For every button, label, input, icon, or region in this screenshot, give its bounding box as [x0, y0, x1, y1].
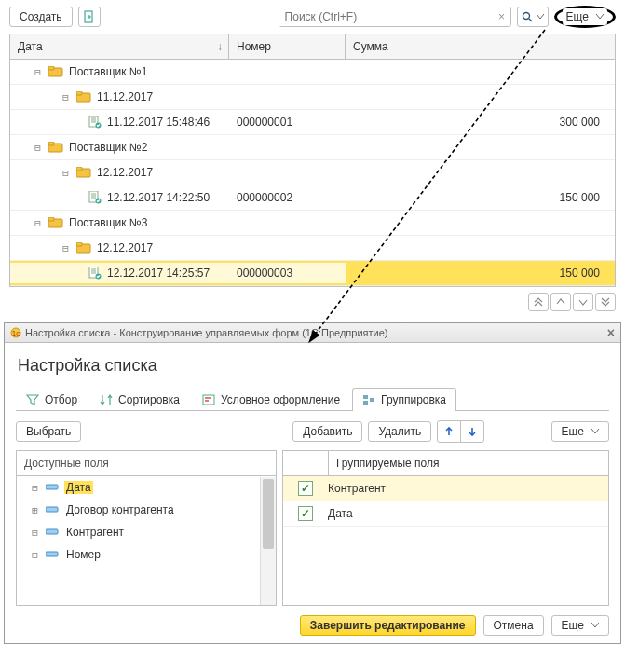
field-icon [46, 551, 59, 558]
grouped-field-item[interactable]: ✓Контрагент [283, 476, 608, 501]
table-row[interactable]: ⊟12.12.2017 [10, 236, 615, 261]
create-from-button[interactable] [78, 7, 101, 27]
field-icon [46, 506, 59, 514]
folder-icon [76, 242, 91, 254]
svg-rect-26 [363, 401, 368, 405]
svg-rect-29 [46, 507, 58, 512]
svg-rect-28 [46, 485, 58, 489]
chevron-down-icon [591, 429, 599, 434]
scrollbar[interactable] [260, 477, 276, 605]
column-date-label: Дата [18, 40, 43, 53]
tab-cond-label: Условное оформление [221, 393, 340, 406]
search-dropdown-button[interactable] [517, 7, 549, 27]
table-row[interactable]: 11.12.2017 15:48:46000000001300 000 [10, 110, 615, 135]
cell-number: 000000001 [229, 112, 346, 132]
svg-rect-12 [76, 167, 82, 171]
grouped-label-column: Группируемые поля [329, 451, 608, 475]
cell-sum: 150 000 [346, 187, 615, 208]
create-button[interactable]: Создать [9, 7, 73, 27]
expand-toggle[interactable]: ⊟ [33, 142, 43, 154]
available-field-item[interactable]: ⊟Номер [17, 543, 276, 566]
expand-toggle[interactable]: ⊟ [30, 549, 40, 561]
group-more-button[interactable]: Еще [551, 421, 609, 442]
move-up-button[interactable] [438, 421, 460, 442]
more-label: Еще [566, 10, 589, 23]
svg-point-1 [523, 13, 529, 20]
table-row[interactable]: ⊟Поставщик №3 [10, 211, 615, 236]
cancel-button[interactable]: Отмена [483, 615, 544, 636]
finish-editing-button[interactable]: Завершить редактирование [300, 615, 476, 636]
checkbox[interactable]: ✓ [298, 481, 313, 496]
grouped-field-item[interactable]: ✓Дата [283, 501, 608, 527]
nav-last-button[interactable] [595, 293, 616, 311]
expand-toggle[interactable]: ⊟ [33, 66, 43, 78]
search-clear-button[interactable]: × [494, 10, 510, 23]
available-field-item[interactable]: ⊟Дата [17, 476, 276, 499]
folder-icon [48, 66, 63, 77]
expand-toggle[interactable]: ⊟ [61, 242, 71, 254]
available-field-item[interactable]: ⊟Контрагент [17, 521, 276, 543]
expand-toggle[interactable]: ⊟ [61, 167, 71, 179]
table-row[interactable]: 12.12.2017 14:22:50000000002150 000 [10, 185, 615, 211]
main-table: Дата ↓ Номер Сумма ⊟Поставщик №1⊟11.12.2… [9, 34, 616, 287]
svg-rect-4 [48, 66, 54, 70]
svg-rect-31 [46, 552, 58, 556]
checkbox[interactable]: ✓ [298, 506, 313, 521]
nav-first-button[interactable] [528, 293, 549, 311]
tab-group-label: Группировка [381, 393, 446, 406]
folder-icon [48, 217, 63, 228]
expand-toggle[interactable]: ⊟ [30, 482, 40, 494]
nav-down-button[interactable] [573, 293, 593, 311]
table-row[interactable]: ⊟11.12.2017 [10, 85, 615, 110]
list-settings-dialog: 1c Настройка списка - Конструирование уп… [4, 322, 621, 644]
table-row[interactable]: 12.12.2017 14:25:57000000003150 000 [10, 261, 615, 286]
chevron-down-icon [537, 14, 544, 20]
table-row[interactable]: ⊟12.12.2017 [10, 160, 615, 185]
field-label: Контрагент [64, 526, 126, 539]
document-posted-icon [88, 116, 102, 129]
cell-sum [346, 93, 615, 101]
nav-up-button[interactable] [550, 293, 571, 311]
more-button[interactable]: Еще [563, 8, 607, 25]
expand-toggle[interactable]: ⊟ [61, 91, 71, 103]
scrollbar-thumb[interactable] [263, 479, 274, 549]
tab-group[interactable]: Группировка [352, 388, 456, 411]
cell-number: 000000003 [229, 263, 346, 283]
expand-toggle[interactable]: ⊟ [30, 527, 40, 539]
document-plus-icon [83, 10, 96, 23]
search-input[interactable] [279, 7, 494, 26]
add-button[interactable]: Добавить [292, 421, 362, 442]
expand-toggle[interactable]: ⊟ [33, 217, 43, 229]
magnifier-icon [522, 11, 533, 22]
table-row[interactable]: ⊟Поставщик №1 [10, 60, 615, 85]
group-icon [362, 394, 375, 405]
column-number[interactable]: Номер [229, 34, 346, 59]
dialog-more-button[interactable]: Еще [551, 615, 609, 636]
grouped-field-label: Контрагент [328, 482, 386, 495]
dialog-more-label: Еще [562, 619, 584, 632]
grouped-fields-list: ✓Контрагент✓Дата [283, 476, 608, 527]
grouped-fields-header: Группируемые поля [283, 451, 608, 476]
move-down-button[interactable] [460, 421, 483, 442]
arrow-up-icon [443, 426, 455, 437]
tab-filter[interactable]: Отбор [16, 388, 88, 411]
dialog-titlebar: 1c Настройка списка - Конструирование уп… [5, 323, 620, 343]
move-buttons [437, 420, 484, 443]
tab-cond[interactable]: Условное оформление [192, 388, 350, 411]
table-header: Дата ↓ Номер Сумма [10, 34, 615, 60]
available-field-item[interactable]: ⊞Договор контрагента [17, 499, 276, 521]
column-date[interactable]: Дата ↓ [10, 34, 229, 59]
choose-button[interactable]: Выбрать [16, 421, 81, 442]
expand-toggle[interactable]: ⊞ [30, 504, 40, 516]
table-row[interactable]: ⊟Поставщик №2 [10, 135, 615, 160]
available-fields-list: ⊟Дата⊞Договор контрагента⊟Контрагент⊟Ном… [17, 476, 276, 605]
close-button[interactable]: × [607, 325, 615, 340]
chevron-down-icon [591, 623, 599, 628]
column-sum[interactable]: Сумма [346, 34, 615, 59]
delete-button[interactable]: Удалить [368, 421, 431, 442]
field-label: Дата [64, 481, 93, 494]
cell-sum [346, 169, 615, 176]
sort-desc-icon: ↓ [217, 40, 223, 53]
tab-sort[interactable]: Сортировка [89, 388, 190, 411]
tabs: Отбор Сортировка Условное оформление Гру… [16, 387, 609, 411]
